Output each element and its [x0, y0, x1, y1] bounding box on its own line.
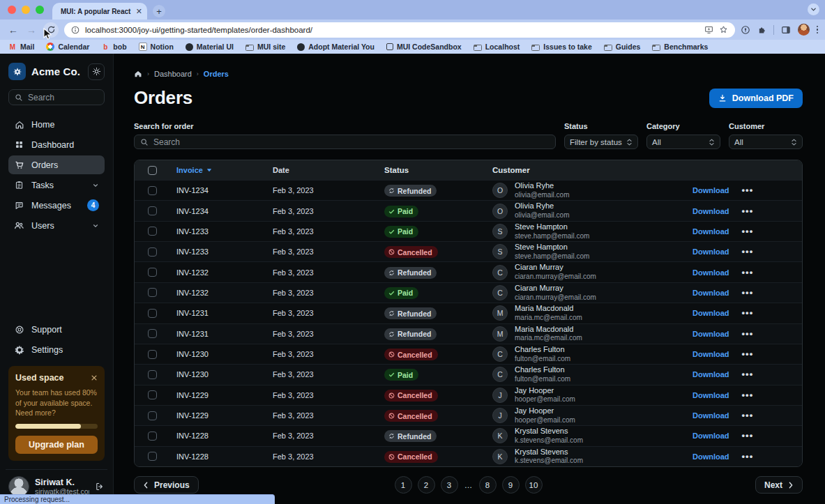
site-info-icon[interactable] — [71, 26, 80, 34]
column-header-customer[interactable]: Customer — [492, 166, 692, 174]
row-checkbox[interactable] — [148, 227, 157, 236]
back-button[interactable]: ← — [7, 24, 20, 36]
close-window-button[interactable] — [8, 6, 16, 14]
row-download-link[interactable]: Download — [692, 186, 729, 194]
home-icon[interactable] — [134, 70, 142, 78]
column-header-invoice[interactable]: Invoice — [169, 166, 264, 174]
column-header-date[interactable]: Date — [264, 166, 376, 174]
row-checkbox[interactable] — [148, 309, 157, 318]
order-search-field[interactable] — [134, 135, 556, 149]
extensions-puzzle-icon[interactable] — [757, 25, 766, 34]
bookmark-star-icon[interactable] — [719, 25, 728, 34]
side-panel-icon[interactable] — [781, 25, 791, 35]
row-download-link[interactable]: Download — [692, 207, 729, 215]
row-checkbox[interactable] — [148, 452, 157, 461]
customer-filter-select[interactable]: All — [729, 135, 803, 149]
page-number-button[interactable]: 3 — [441, 476, 458, 494]
bookmark-item[interactable]: Calendar — [46, 43, 89, 51]
address-bar[interactable]: localhost:3000/joy-ui/getting-started/te… — [64, 22, 735, 38]
order-search-input[interactable] — [153, 137, 550, 147]
browser-menu-icon[interactable] — [817, 26, 819, 34]
row-download-link[interactable]: Download — [692, 247, 729, 256]
sidebar-item-dashboard[interactable]: Dashboard — [8, 135, 105, 154]
sidebar-item-tasks[interactable]: Tasks — [8, 176, 105, 194]
row-checkbox[interactable] — [148, 206, 157, 215]
table-row: INV-1230 Feb 3, 2023 Paid C Charles Fult… — [135, 364, 802, 384]
bookmark-item[interactable]: b bob — [101, 43, 126, 51]
row-checkbox[interactable] — [148, 247, 157, 257]
page-number-button[interactable]: 10 — [525, 476, 543, 494]
row-checkbox[interactable] — [148, 329, 157, 338]
password-key-icon[interactable] — [741, 25, 750, 35]
row-download-link[interactable]: Download — [692, 289, 729, 297]
upgrade-plan-button[interactable]: Upgrade plan — [15, 436, 98, 454]
row-checkbox[interactable] — [148, 186, 157, 195]
profile-avatar[interactable] — [798, 24, 810, 36]
row-download-link[interactable]: Download — [692, 411, 729, 420]
new-tab-button[interactable]: + — [153, 5, 165, 17]
zoom-window-button[interactable] — [36, 6, 44, 14]
row-checkbox[interactable] — [148, 390, 157, 399]
download-pdf-button[interactable]: Download PDF — [709, 89, 803, 108]
bookmark-label: MUI site — [257, 43, 285, 51]
customer-name: Olivia Ryhe — [515, 181, 570, 191]
row-checkbox[interactable] — [148, 350, 157, 359]
page-number-button[interactable]: … — [464, 476, 474, 494]
row-download-link[interactable]: Download — [692, 268, 729, 277]
row-download-link[interactable]: Download — [692, 227, 729, 236]
row-checkbox[interactable] — [148, 268, 157, 277]
next-page-button[interactable]: Next — [755, 476, 803, 494]
bookmark-item[interactable]: MUI site — [245, 43, 285, 51]
select-all-checkbox[interactable] — [148, 166, 157, 175]
url-text[interactable]: localhost:3000/joy-ui/getting-started/te… — [85, 26, 699, 34]
theme-toggle-button[interactable] — [88, 63, 105, 80]
breadcrumb-dashboard[interactable]: Dashboard — [154, 70, 192, 78]
row-checkbox[interactable] — [148, 370, 157, 379]
row-download-link[interactable]: Download — [692, 370, 729, 379]
bookmark-item[interactable]: Adopt Material You — [297, 43, 374, 51]
row-download-link[interactable]: Download — [692, 350, 729, 358]
page-number-button[interactable]: 2 — [418, 476, 435, 494]
sidebar-item-users[interactable]: Users — [8, 216, 105, 235]
column-header-status[interactable]: Status — [376, 166, 492, 174]
category-filter-select[interactable]: All — [646, 135, 720, 149]
bookmark-item[interactable]: MUI CodeSandbox — [386, 43, 462, 51]
bookmark-item[interactable]: Benchmarks — [652, 43, 708, 51]
page-number-button[interactable]: 1 — [395, 476, 412, 494]
row-download-link[interactable]: Download — [692, 452, 729, 461]
bookmark-item[interactable]: Guides — [604, 43, 641, 51]
sidebar-item-support[interactable]: Support — [8, 320, 105, 339]
page-title: Orders — [134, 87, 192, 109]
sidebar-item-messages[interactable]: Messages 4 — [8, 196, 105, 215]
order-date: Feb 3, 2023 — [264, 370, 376, 379]
page-number-button[interactable]: 9 — [502, 476, 520, 494]
sidebar-search-input[interactable] — [28, 93, 98, 102]
browser-tab[interactable]: MUI: A popular React UI fram ✕ — [52, 3, 147, 20]
status-filter-select[interactable]: Filter by status — [564, 135, 638, 149]
bookmark-item[interactable]: M Mail — [8, 43, 34, 51]
window-controls-chevron-icon[interactable] — [808, 3, 819, 15]
row-download-link[interactable]: Download — [692, 391, 729, 399]
tab-close-icon[interactable]: ✕ — [136, 8, 142, 15]
sidebar-item-settings[interactable]: Settings — [8, 340, 105, 359]
bookmark-item[interactable]: Material UI — [186, 43, 234, 51]
install-icon[interactable] — [704, 25, 713, 34]
bookmark-item[interactable]: Localhost — [474, 43, 520, 51]
logout-icon[interactable] — [95, 482, 105, 491]
row-checkbox[interactable] — [148, 288, 157, 297]
row-download-link[interactable]: Download — [692, 309, 729, 317]
sidebar-item-home[interactable]: Home — [8, 115, 105, 134]
sidebar-search[interactable] — [8, 89, 105, 105]
page-number-button[interactable]: 8 — [479, 476, 497, 494]
row-download-link[interactable]: Download — [692, 330, 729, 338]
sidebar-item-orders[interactable]: Orders — [8, 155, 105, 174]
row-checkbox[interactable] — [148, 432, 157, 441]
bookmark-item[interactable]: Issues to take — [531, 43, 591, 51]
previous-page-button[interactable]: Previous — [134, 476, 199, 494]
bookmark-label: MUI CodeSandbox — [397, 43, 462, 51]
row-download-link[interactable]: Download — [692, 432, 729, 440]
row-checkbox[interactable] — [148, 411, 157, 420]
close-icon[interactable] — [91, 374, 98, 381]
minimize-window-button[interactable] — [22, 6, 30, 14]
bookmark-item[interactable]: N Notion — [139, 43, 174, 51]
